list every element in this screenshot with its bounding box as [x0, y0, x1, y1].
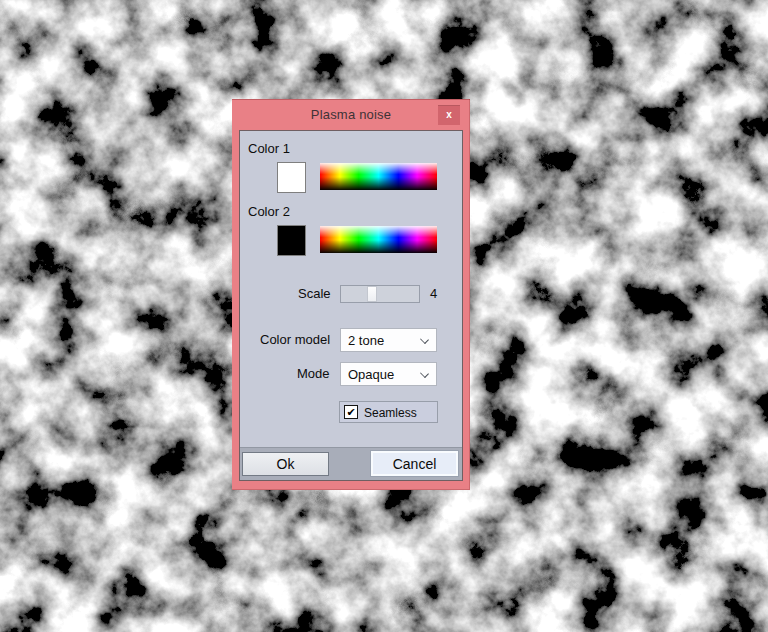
- color1-label: Color 1: [248, 141, 290, 156]
- scale-slider-thumb[interactable]: [367, 286, 377, 302]
- seamless-label: Seamless: [364, 406, 417, 420]
- close-icon[interactable]: x: [438, 105, 460, 125]
- chevron-down-icon: [421, 370, 428, 377]
- seamless-checkbox[interactable]: ✔ Seamless: [339, 401, 438, 423]
- scale-slider[interactable]: [340, 285, 420, 303]
- checkmark-icon[interactable]: ✔: [344, 405, 358, 419]
- color-model-select[interactable]: 2 tone: [340, 328, 437, 352]
- color1-hue-gradient-picker[interactable]: [320, 163, 437, 190]
- dialog-title: Plasma noise: [232, 107, 470, 122]
- app-screen: Plasma noise x Color 1 Color 2 Scale 4 C…: [0, 0, 768, 632]
- mode-select[interactable]: Opaque: [340, 362, 437, 386]
- mode-value: Opaque: [348, 367, 394, 382]
- color2-label: Color 2: [248, 204, 290, 219]
- color2-swatch[interactable]: [277, 225, 306, 256]
- ok-button[interactable]: Ok: [242, 452, 329, 476]
- color2-hue-gradient-picker[interactable]: [320, 226, 437, 253]
- mode-label: Mode: [297, 366, 330, 381]
- dialog-footer: Ok Cancel: [240, 447, 462, 480]
- color-model-value: 2 tone: [348, 333, 384, 348]
- dialog-titlebar[interactable]: Plasma noise x: [232, 99, 470, 130]
- scale-label: Scale: [298, 286, 331, 301]
- cancel-button[interactable]: Cancel: [371, 451, 458, 476]
- color1-swatch[interactable]: [277, 162, 306, 193]
- plasma-noise-dialog: Plasma noise x Color 1 Color 2 Scale 4 C…: [232, 99, 470, 490]
- dialog-body: Color 1 Color 2 Scale 4 Color model 2 to…: [239, 130, 463, 481]
- color-model-label: Color model: [260, 332, 330, 347]
- chevron-down-icon: [421, 336, 428, 343]
- scale-value: 4: [430, 286, 437, 301]
